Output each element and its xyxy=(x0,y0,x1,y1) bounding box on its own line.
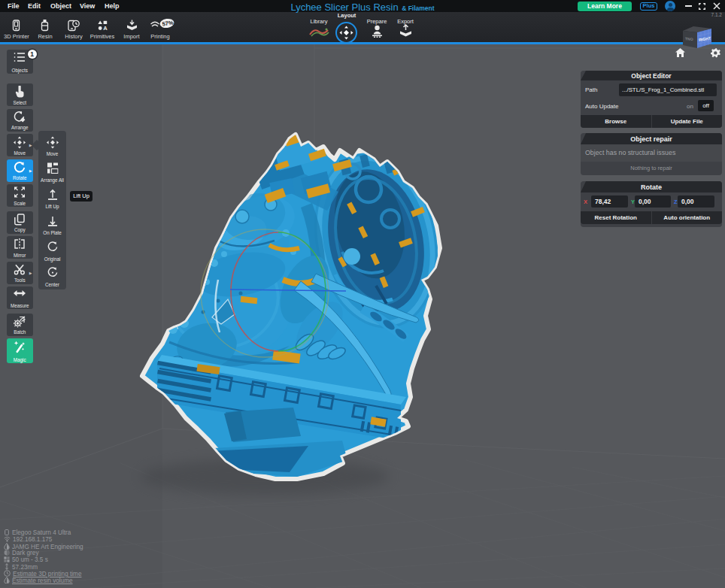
svg-text:57%: 57% xyxy=(162,20,174,28)
svg-text:TNO: TNO xyxy=(685,36,693,41)
svg-text:A: A xyxy=(103,25,108,31)
